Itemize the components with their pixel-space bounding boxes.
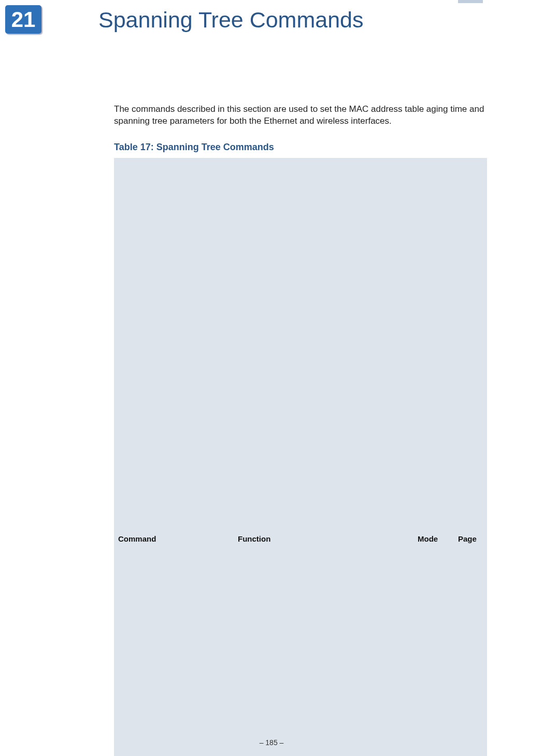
page-footer: – 185 –: [0, 738, 543, 747]
col-header-command: Command: [114, 158, 234, 756]
header-accent-bar: [458, 0, 483, 3]
content-body: The commands described in this section a…: [114, 104, 487, 756]
table-title: Table 17: Spanning Tree Commands: [114, 142, 487, 153]
col-header-mode: Mode: [413, 158, 454, 756]
chapter-number-badge: 21: [5, 5, 41, 34]
table-header-row: Command Function Mode Page: [114, 158, 487, 756]
chapter-number: 21: [11, 7, 36, 32]
chapter-title: Spanning Tree Commands: [98, 7, 364, 33]
col-header-function: Function: [234, 158, 413, 756]
intro-paragraph: The commands described in this section a…: [114, 104, 487, 127]
col-header-page: Page: [454, 158, 487, 756]
commands-table: Command Function Mode Page bridge stp se…: [114, 158, 487, 756]
